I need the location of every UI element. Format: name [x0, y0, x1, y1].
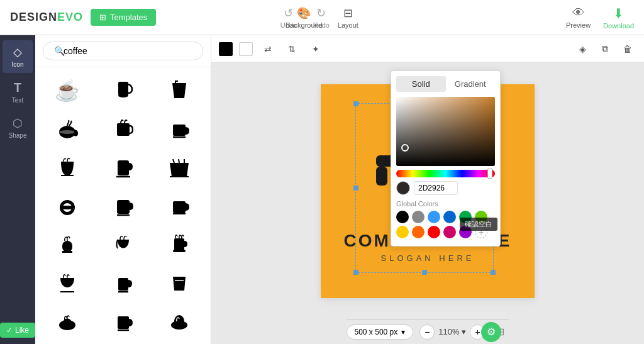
- sub-toolbar-right: ◈ ⧉ 🗑: [574, 40, 636, 58]
- icon-item[interactable]: [40, 150, 94, 186]
- color-swatch-gray[interactable]: [412, 211, 425, 223]
- sidebar-item-text[interactable]: T Text: [3, 75, 33, 109]
- icon-item[interactable]: [152, 226, 206, 262]
- icon-item[interactable]: [40, 112, 94, 148]
- color-swatch-pink[interactable]: [443, 226, 456, 238]
- hue-thumb: [487, 169, 492, 179]
- icon-item[interactable]: [96, 265, 150, 301]
- fill-color-swatch[interactable]: [219, 42, 233, 56]
- templates-button[interactable]: ⊞ Templates: [91, 9, 156, 26]
- svg-rect-18: [62, 241, 72, 252]
- color-swatch-red[interactable]: [428, 226, 440, 238]
- color-picker-dot[interactable]: [401, 144, 409, 152]
- duplicate-icon: ⧉: [602, 43, 608, 54]
- svg-point-1: [118, 94, 128, 97]
- sidebar-item-shape[interactable]: ⬡ Shape: [3, 111, 33, 144]
- svg-point-3: [59, 130, 75, 134]
- delete-button[interactable]: 🗑: [619, 40, 636, 58]
- svg-rect-19: [62, 251, 72, 253]
- hex-input[interactable]: [414, 181, 458, 195]
- zoom-level[interactable]: 110% ▾: [438, 327, 466, 336]
- icon-tool-icon: ◇: [13, 45, 22, 59]
- size-label: 500 x 500 px: [355, 328, 398, 336]
- search-input[interactable]: [43, 42, 203, 60]
- like-button[interactable]: ✓ Like: [0, 323, 35, 338]
- preview-button[interactable]: 👁 Preview: [566, 6, 591, 29]
- icon-item[interactable]: [40, 226, 94, 262]
- svg-rect-4: [117, 123, 130, 136]
- svg-rect-40: [376, 167, 387, 186]
- solid-tab[interactable]: Solid: [396, 76, 446, 92]
- icon-item[interactable]: [152, 150, 206, 186]
- svg-point-13: [60, 206, 75, 209]
- svg-rect-23: [118, 278, 128, 291]
- slogan-text: SLOGAN HERE: [381, 253, 475, 263]
- more-icon: ✦: [312, 44, 319, 54]
- main-area: ◇ Icon T Text ⬡ Shape ✓ Like 🔍: [0, 35, 644, 344]
- icon-item[interactable]: ☕: [40, 72, 94, 109]
- layout-button[interactable]: ⊟ Layout: [338, 6, 358, 29]
- icon-item[interactable]: [96, 189, 150, 225]
- icon-item[interactable]: [96, 112, 150, 148]
- handle-br[interactable]: [491, 270, 496, 275]
- top-toolbar: DESIGNEVO ⊞ Templates ↺ Undo ↻ Redo 🎨 Ba…: [0, 0, 644, 35]
- layers-button[interactable]: ◈: [574, 40, 591, 58]
- svg-rect-8: [118, 160, 129, 175]
- icon-item[interactable]: [152, 112, 206, 148]
- color-swatch-yellow[interactable]: [396, 226, 409, 238]
- gradient-tab[interactable]: Gradient: [446, 76, 496, 92]
- color-gradient-picker[interactable]: [396, 97, 495, 166]
- handle-bm[interactable]: [422, 270, 427, 275]
- background-button[interactable]: 🎨 Background: [286, 6, 323, 29]
- color-swatch-orange[interactable]: [412, 226, 425, 238]
- icon-item[interactable]: [40, 303, 94, 339]
- stroke-color-swatch[interactable]: [239, 42, 253, 56]
- download-icon: ⬇: [613, 6, 624, 21]
- color-swatch-blue[interactable]: [428, 211, 440, 223]
- hue-slider[interactable]: [396, 170, 495, 177]
- icon-item[interactable]: [40, 265, 94, 301]
- more-options-button[interactable]: ✦: [307, 40, 325, 58]
- svg-rect-16: [173, 201, 186, 213]
- settings-button[interactable]: ⚙: [481, 322, 501, 342]
- shape-tool-icon: ⬡: [13, 116, 23, 130]
- search-wrapper: 🔍: [43, 42, 203, 60]
- canvas-container: Solid Gradient Global Colors: [211, 35, 644, 344]
- icon-item[interactable]: [96, 150, 150, 186]
- global-colors-label: Global Colors: [396, 200, 495, 208]
- app-logo: DESIGNEVO: [10, 11, 83, 24]
- duplicate-button[interactable]: ⧉: [596, 40, 614, 58]
- search-bar: 🔍: [35, 35, 211, 67]
- color-swatch-darkblue[interactable]: [443, 211, 456, 223]
- sidebar-bottom: ✓ Like: [0, 323, 35, 338]
- icon-item[interactable]: [96, 303, 150, 339]
- flip-horizontal-button[interactable]: ⇄: [259, 40, 277, 58]
- zoom-out-button[interactable]: −: [419, 325, 435, 340]
- icon-item[interactable]: [152, 72, 206, 109]
- layout-icon: ⊟: [343, 6, 353, 20]
- svg-rect-14: [117, 200, 130, 214]
- icon-item[interactable]: [152, 189, 206, 225]
- svg-rect-5: [173, 125, 186, 136]
- selected-color-swatch[interactable]: [396, 181, 410, 195]
- icon-item[interactable]: [40, 189, 94, 225]
- download-button[interactable]: ⬇ Download: [603, 6, 634, 30]
- layers-icon: ◈: [579, 44, 586, 54]
- bottom-bar: 500 x 500 px ▾ − 110% ▾ + ⊞ ⚙: [347, 319, 509, 344]
- icon-item[interactable]: [96, 72, 150, 109]
- zoom-controls: − 110% ▾ +: [419, 325, 485, 340]
- handle-tl[interactable]: [353, 101, 358, 106]
- text-tool-icon: T: [14, 80, 21, 95]
- confirm-bubble: 確認空白: [460, 218, 497, 231]
- size-selector[interactable]: 500 x 500 px ▾: [347, 325, 414, 340]
- handle-bl[interactable]: [353, 270, 358, 275]
- sidebar-item-icon[interactable]: ◇ Icon: [3, 40, 33, 73]
- icon-item[interactable]: [96, 226, 150, 262]
- icon-item[interactable]: [152, 303, 206, 339]
- icon-grid: ☕: [35, 67, 211, 344]
- icon-item[interactable]: [152, 265, 206, 301]
- color-swatch-black[interactable]: [396, 211, 409, 223]
- flip-vertical-button[interactable]: ⇅: [283, 40, 301, 58]
- zoom-value: 110%: [438, 327, 459, 336]
- handle-ml[interactable]: [353, 186, 358, 191]
